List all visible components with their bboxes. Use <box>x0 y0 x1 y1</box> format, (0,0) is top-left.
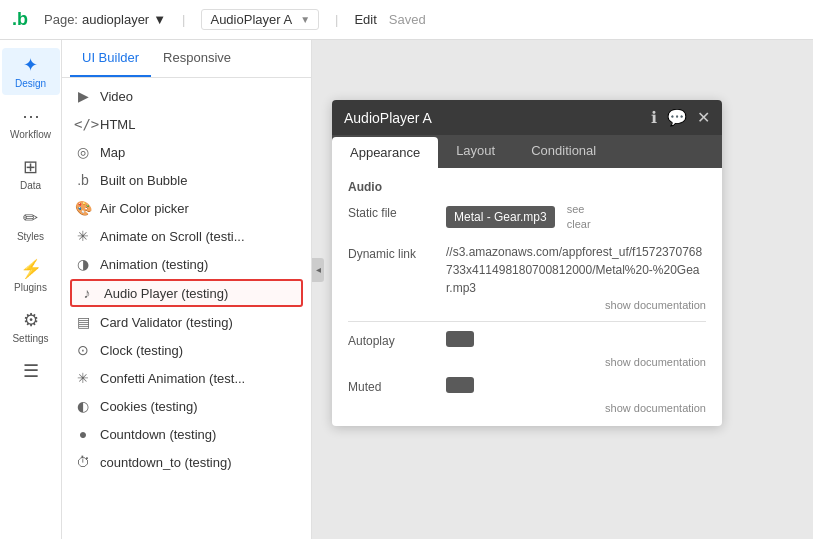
list-item-built-on-bubble[interactable]: .b Built on Bubble <box>62 166 311 194</box>
info-icon[interactable]: ℹ <box>651 108 657 127</box>
list-item-card-validator[interactable]: ▤ Card Validator (testing) <box>62 308 311 336</box>
audio-icon: ♪ <box>78 285 96 301</box>
main-layout: ✦ Design ⋯ Workflow ⊞ Data ✏ Styles ⚡ Pl… <box>0 40 813 539</box>
sep1: | <box>182 12 185 27</box>
sidebar-item-workflow[interactable]: ⋯ Workflow <box>2 99 60 146</box>
list-item-countdown-to[interactable]: ⏱ countdown_to (testing) <box>62 448 311 476</box>
audio-panel-tabs: Appearance Layout Conditional <box>332 135 722 168</box>
video-icon: ▶ <box>74 88 92 104</box>
tab-ui-builder[interactable]: UI Builder <box>70 40 151 77</box>
cookies-icon: ◐ <box>74 398 92 414</box>
autoplay-toggle[interactable] <box>446 331 474 347</box>
confetti-icon: ✳ <box>74 370 92 386</box>
map-icon: ◎ <box>74 144 92 160</box>
audioplayer-chevron: ▼ <box>300 14 310 25</box>
styles-icon: ✏ <box>23 207 38 229</box>
list-item-air-color-picker[interactable]: 🎨 Air Color picker <box>62 194 311 222</box>
sidebar-item-logs[interactable]: ☰ <box>2 354 60 388</box>
component-panel: UI Builder Responsive ▶ Video </> HTML ◎… <box>62 40 312 539</box>
tab-responsive[interactable]: Responsive <box>151 40 243 77</box>
audio-settings-panel: AudioPlayer A ℹ 💬 ✕ Appearance Layout Co… <box>332 100 722 426</box>
canvas-area: AudioPlayer A ℹ 💬 ✕ Appearance Layout Co… <box>312 40 813 539</box>
muted-toggle[interactable] <box>446 377 474 393</box>
static-file-label: Static file <box>348 202 438 220</box>
autoplay-label: Autoplay <box>348 330 438 348</box>
list-item-html[interactable]: </> HTML <box>62 110 311 138</box>
bubble-icon: .b <box>74 172 92 188</box>
sidebar-label-styles: Styles <box>17 231 44 242</box>
list-item-map[interactable]: ◎ Map <box>62 138 311 166</box>
list-item-confetti[interactable]: ✳ Confetti Animation (test... <box>62 364 311 392</box>
design-icon: ✦ <box>23 54 38 76</box>
show-doc-2[interactable]: show documentation <box>348 356 706 368</box>
data-icon: ⊞ <box>23 156 38 178</box>
clock-icon: ⊙ <box>74 342 92 358</box>
settings-icon: ⚙ <box>23 309 39 331</box>
list-item-countdown[interactable]: ● Countdown (testing) <box>62 420 311 448</box>
logo: .b <box>12 9 28 30</box>
countdown-to-icon: ⏱ <box>74 454 92 470</box>
dynamic-link-value-area: //s3.amazonaws.com/appforest_uf/f1572370… <box>446 243 706 311</box>
collapse-handle[interactable]: ◂ <box>312 258 324 282</box>
muted-row: Muted <box>348 376 706 394</box>
autoplay-row: Autoplay <box>348 330 706 348</box>
saved-label: Saved <box>389 12 426 27</box>
workflow-icon: ⋯ <box>22 105 40 127</box>
audioplayer-dropdown[interactable]: AudioPlayer A ▼ <box>201 9 319 30</box>
sidebar-item-design[interactable]: ✦ Design <box>2 48 60 95</box>
list-item-animate-on-scroll[interactable]: ✳ Animate on Scroll (testi... <box>62 222 311 250</box>
list-item-video[interactable]: ▶ Video <box>62 82 311 110</box>
list-item-audio-player[interactable]: ♪ Audio Player (testing) <box>70 279 303 307</box>
sidebar-item-styles[interactable]: ✏ Styles <box>2 201 60 248</box>
card-icon: ▤ <box>74 314 92 330</box>
sidebar-label-workflow: Workflow <box>10 129 51 140</box>
animation-icon: ◑ <box>74 256 92 272</box>
animate-icon: ✳ <box>74 228 92 244</box>
countdown-icon: ● <box>74 426 92 442</box>
static-file-value[interactable]: Metal - Gear.mp3 <box>446 206 555 228</box>
sidebar-item-settings[interactable]: ⚙ Settings <box>2 303 60 350</box>
audioplayer-label: AudioPlayer A <box>210 12 292 27</box>
see-clear-label[interactable]: see clear <box>567 202 591 233</box>
list-item-clock[interactable]: ⊙ Clock (testing) <box>62 336 311 364</box>
page-dropdown-chevron: ▼ <box>153 12 166 27</box>
list-item-cookies[interactable]: ◐ Cookies (testing) <box>62 392 311 420</box>
panel-header-icons: ℹ 💬 ✕ <box>651 108 710 127</box>
comment-icon[interactable]: 💬 <box>667 108 687 127</box>
static-file-value-area: Metal - Gear.mp3 see clear <box>446 202 706 233</box>
tab-appearance[interactable]: Appearance <box>332 137 438 168</box>
tab-layout[interactable]: Layout <box>438 135 513 168</box>
list-item-animation[interactable]: ◑ Animation (testing) <box>62 250 311 278</box>
topbar: .b Page: audioplayer ▼ | AudioPlayer A ▼… <box>0 0 813 40</box>
color-picker-icon: 🎨 <box>74 200 92 216</box>
sidebar-label-settings: Settings <box>12 333 48 344</box>
dynamic-link-row: Dynamic link //s3.amazonaws.com/appfores… <box>348 243 706 311</box>
panel-tabs: UI Builder Responsive <box>62 40 311 78</box>
audio-section-label: Audio <box>348 180 706 194</box>
audio-panel-body: Audio Static file Metal - Gear.mp3 see c… <box>332 168 722 426</box>
component-list: ▶ Video </> HTML ◎ Map .b Built on Bubbl… <box>62 78 311 539</box>
dynamic-link-label: Dynamic link <box>348 243 438 261</box>
sidebar-label-plugins: Plugins <box>14 282 47 293</box>
audio-panel-header: AudioPlayer A ℹ 💬 ✕ <box>332 100 722 135</box>
static-file-row: Static file Metal - Gear.mp3 see clear <box>348 202 706 233</box>
page-selector[interactable]: Page: audioplayer ▼ <box>44 12 166 27</box>
dynamic-link-value[interactable]: //s3.amazonaws.com/appforest_uf/f1572370… <box>446 243 706 297</box>
page-label: Page: <box>44 12 78 27</box>
edit-label: Edit <box>354 12 376 27</box>
sidebar-icons: ✦ Design ⋯ Workflow ⊞ Data ✏ Styles ⚡ Pl… <box>0 40 62 539</box>
plugins-icon: ⚡ <box>20 258 42 280</box>
audio-panel-title: AudioPlayer A <box>344 110 432 126</box>
tab-conditional[interactable]: Conditional <box>513 135 614 168</box>
page-name: audioplayer <box>82 12 149 27</box>
divider-1 <box>348 321 706 322</box>
close-icon[interactable]: ✕ <box>697 108 710 127</box>
sidebar-label-design: Design <box>15 78 46 89</box>
show-doc-1[interactable]: show documentation <box>446 299 706 311</box>
sidebar-label-data: Data <box>20 180 41 191</box>
logs-icon: ☰ <box>23 360 39 382</box>
sidebar-item-data[interactable]: ⊞ Data <box>2 150 60 197</box>
sidebar-item-plugins[interactable]: ⚡ Plugins <box>2 252 60 299</box>
show-doc-3[interactable]: show documentation <box>348 402 706 414</box>
muted-label: Muted <box>348 376 438 394</box>
